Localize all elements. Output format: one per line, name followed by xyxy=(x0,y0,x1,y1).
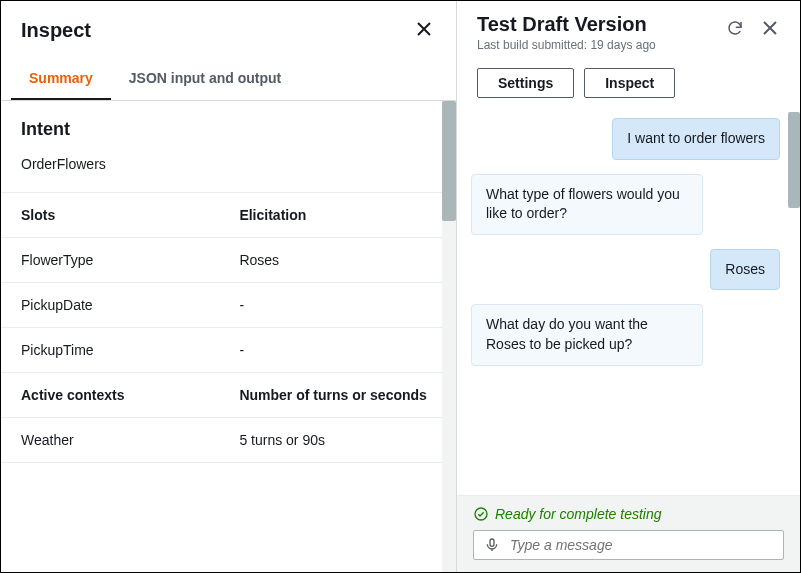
svg-point-0 xyxy=(475,508,487,520)
tab-summary[interactable]: Summary xyxy=(11,58,111,100)
inspect-button[interactable]: Inspect xyxy=(584,68,675,98)
intent-heading: Intent xyxy=(1,101,456,152)
table-row: FlowerType Roses xyxy=(1,238,456,283)
chat-msg-bot: What type of flowers would you like to o… xyxy=(471,174,703,235)
inspect-tabs: Summary JSON input and output xyxy=(1,58,456,101)
status-bar: Ready for complete testing xyxy=(457,495,800,572)
scrollbar-thumb[interactable] xyxy=(442,101,456,221)
chat-msg-user: I want to order flowers xyxy=(612,118,780,160)
slots-header-value: Elicitation xyxy=(219,193,456,238)
chat-scrollbar-thumb[interactable] xyxy=(788,112,800,208)
table-row: PickupDate - xyxy=(1,283,456,328)
refresh-icon xyxy=(726,19,744,37)
test-subtitle: Last build submitted: 19 days ago xyxy=(477,38,656,52)
inspect-panel: Inspect Summary JSON input and output In… xyxy=(1,1,457,572)
chat-msg-user: Roses xyxy=(710,249,780,291)
check-circle-icon xyxy=(473,506,489,522)
inspect-title: Inspect xyxy=(21,19,91,42)
contexts-table: Active contexts Number of turns or secon… xyxy=(1,373,456,463)
context-value: 5 turns or 90s xyxy=(219,418,456,463)
table-row: PickupTime - xyxy=(1,328,456,373)
slot-value: - xyxy=(219,283,456,328)
message-input[interactable] xyxy=(510,537,773,553)
microphone-icon[interactable] xyxy=(484,537,500,553)
close-inspect-button[interactable] xyxy=(412,15,436,46)
slot-name: FlowerType xyxy=(1,238,219,283)
refresh-button[interactable] xyxy=(724,17,746,42)
contexts-header-value: Number of turns or seconds xyxy=(219,373,456,418)
slot-name: PickupDate xyxy=(1,283,219,328)
context-name: Weather xyxy=(1,418,219,463)
chat-area: I want to order flowers What type of flo… xyxy=(457,112,800,495)
slots-table: Slots Elicitation FlowerType Roses Picku… xyxy=(1,193,456,373)
slot-value: - xyxy=(219,328,456,373)
slots-header-name: Slots xyxy=(1,193,219,238)
message-input-row xyxy=(473,530,784,560)
test-panel: Test Draft Version Last build submitted:… xyxy=(457,1,800,572)
intent-name: OrderFlowers xyxy=(1,152,456,193)
slot-value: Roses xyxy=(219,238,456,283)
svg-rect-1 xyxy=(490,539,494,546)
status-text: Ready for complete testing xyxy=(495,506,662,522)
close-icon xyxy=(416,21,432,37)
close-test-button[interactable] xyxy=(760,18,780,41)
table-row: Weather 5 turns or 90s xyxy=(1,418,456,463)
settings-button[interactable]: Settings xyxy=(477,68,574,98)
tab-json[interactable]: JSON input and output xyxy=(111,58,299,100)
test-title: Test Draft Version xyxy=(477,13,656,36)
slot-name: PickupTime xyxy=(1,328,219,373)
chat-msg-bot: What day do you want the Roses to be pic… xyxy=(471,304,703,365)
contexts-header-name: Active contexts xyxy=(1,373,219,418)
close-icon xyxy=(762,20,778,36)
scrollbar-track[interactable] xyxy=(442,101,456,572)
